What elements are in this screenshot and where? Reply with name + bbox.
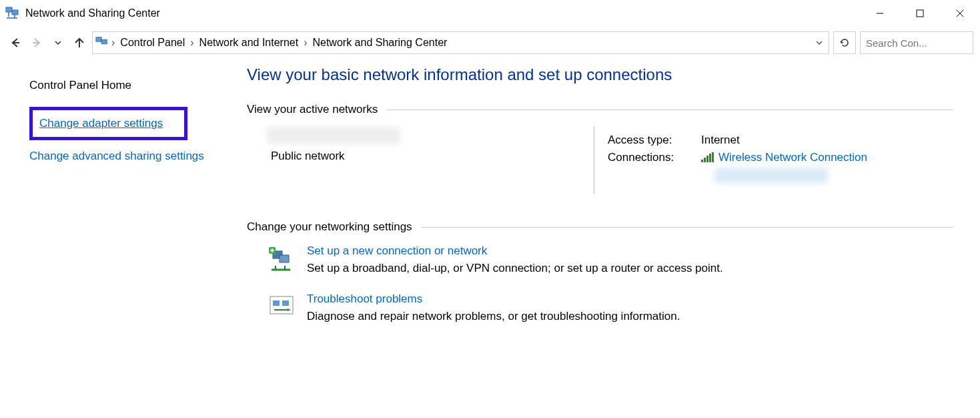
window-titlebar: Network and Sharing Center — [0, 0, 980, 27]
window-title: Network and Sharing Center — [25, 7, 160, 19]
svg-rect-16 — [701, 160, 703, 162]
sidebar-change-advanced-sharing[interactable]: Change advanced sharing settings — [29, 150, 220, 163]
chevron-right-icon[interactable]: › — [302, 37, 308, 49]
access-type-label: Access type: — [608, 134, 701, 147]
access-type-value: Internet — [701, 134, 740, 147]
breadcrumb-network-internet[interactable]: Network and Internet — [197, 37, 302, 49]
connections-label: Connections: — [608, 151, 701, 164]
svg-rect-17 — [704, 158, 706, 162]
page-title: View your basic network information and … — [247, 65, 953, 84]
address-dropdown-icon[interactable] — [813, 39, 826, 47]
search-box[interactable] — [860, 31, 973, 54]
troubleshoot-icon — [267, 292, 298, 319]
section-active-networks: View your active networks — [247, 103, 387, 116]
svg-rect-12 — [96, 37, 101, 41]
search-input[interactable] — [866, 37, 980, 49]
network-name-redacted — [267, 127, 400, 144]
svg-rect-13 — [101, 39, 107, 43]
troubleshoot-link[interactable]: Troubleshoot problems — [307, 292, 680, 306]
section-change-settings: Change your networking settings — [247, 220, 422, 234]
svg-rect-1 — [12, 10, 18, 15]
svg-rect-20 — [712, 152, 714, 162]
divider — [387, 110, 953, 110]
app-icon — [5, 6, 20, 21]
troubleshoot-desc: Diagnose and repair network problems, or… — [307, 310, 680, 323]
forward-button[interactable] — [28, 36, 45, 49]
close-button[interactable] — [940, 0, 980, 27]
chevron-right-icon[interactable]: › — [110, 37, 116, 49]
setup-connection-link[interactable]: Set up a new connection or network — [307, 244, 723, 258]
setup-connection-desc: Set up a broadband, dial-up, or VPN conn… — [307, 262, 723, 275]
breadcrumb-network-sharing[interactable]: Network and Sharing Center — [310, 37, 450, 49]
signal-icon — [701, 152, 714, 163]
highlight-annotation: Change adapter settings — [29, 107, 187, 140]
svg-rect-31 — [282, 300, 289, 306]
address-bar[interactable]: › Control Panel › Network and Internet ›… — [92, 31, 829, 54]
svg-rect-0 — [6, 7, 12, 12]
breadcrumb-control-panel[interactable]: Control Panel — [117, 37, 187, 49]
refresh-button[interactable] — [833, 31, 856, 54]
connection-link[interactable]: Wireless Network Connection — [718, 151, 867, 164]
connection-detail-redacted — [714, 168, 828, 183]
divider — [422, 227, 953, 228]
network-type: Public network — [267, 150, 594, 163]
svg-rect-18 — [706, 156, 708, 162]
main-content: View your basic network information and … — [240, 59, 980, 341]
address-icon — [95, 36, 109, 49]
sidebar-control-panel-home[interactable]: Control Panel Home — [29, 79, 220, 92]
svg-rect-19 — [709, 154, 711, 162]
vertical-divider — [594, 127, 594, 194]
recent-locations-dropdown[interactable] — [49, 39, 67, 47]
svg-rect-6 — [917, 10, 923, 17]
minimize-button[interactable] — [860, 0, 900, 27]
up-button[interactable] — [71, 36, 88, 49]
sidebar: Control Panel Home Change adapter settin… — [0, 59, 240, 341]
svg-rect-30 — [273, 300, 280, 306]
svg-rect-22 — [280, 255, 289, 262]
back-button[interactable] — [7, 36, 24, 49]
sidebar-change-adapter-settings[interactable]: Change adapter settings — [39, 117, 163, 130]
toolbar: › Control Panel › Network and Internet ›… — [0, 27, 980, 59]
chevron-right-icon[interactable]: › — [189, 37, 195, 49]
maximize-button[interactable] — [900, 0, 940, 27]
new-connection-icon — [267, 244, 298, 271]
